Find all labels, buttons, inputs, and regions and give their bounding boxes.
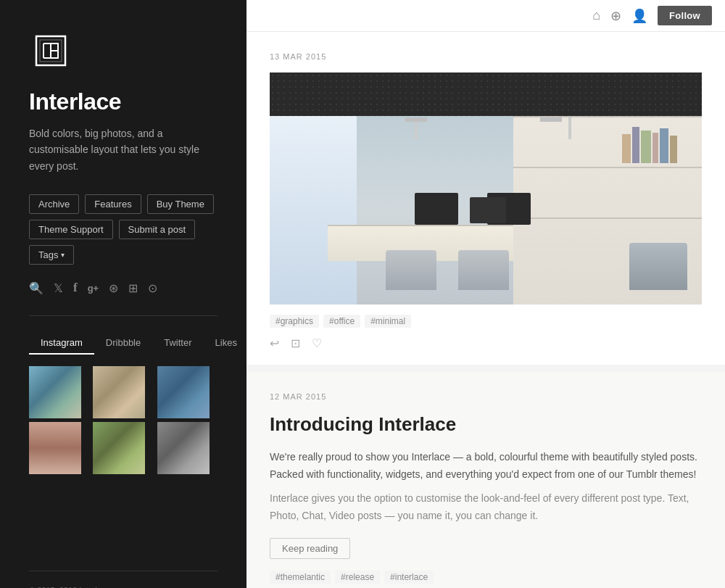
like-icon[interactable]: ♡ (312, 336, 322, 350)
tab-instagram[interactable]: Instagram (29, 332, 94, 355)
site-logo (29, 29, 72, 73)
main-content: ⌂ ⊕ 👤 Follow 13 MAR 2015 (246, 0, 725, 588)
instagram-thumb-3[interactable] (157, 366, 210, 418)
post-1-date: 13 MAR 2015 (270, 52, 702, 61)
posts-container: 13 MAR 2015 (246, 32, 725, 588)
buy-theme-button[interactable]: Buy Theme (147, 194, 214, 214)
submit-post-button[interactable]: Submit a post (119, 220, 196, 239)
post-1-image[interactable] (270, 73, 702, 305)
post-1-actions: ↩ ⊡ ♡ (270, 336, 702, 350)
tag-minimal[interactable]: #minimal (365, 315, 411, 328)
sidebar-footer: © 2015–2018 Interlace Interlace Theme by… (29, 571, 218, 588)
top-bar: ⌂ ⊕ 👤 Follow (246, 0, 725, 32)
dribbble-icon[interactable]: ⊛ (109, 281, 118, 295)
add-icon[interactable]: ⊕ (610, 8, 621, 24)
instagram-icon[interactable]: ⊞ (128, 281, 138, 295)
post-2-title: Introducing Interlace (270, 413, 702, 437)
tab-twitter[interactable]: Twitter (152, 332, 203, 355)
site-description: Bold colors, big photos, and a customisa… (29, 125, 218, 174)
post-2-body: We're really proud to show you Interlace… (270, 449, 702, 484)
google-plus-icon[interactable]: g+ (88, 283, 99, 294)
post-2-date: 12 MAR 2015 (270, 392, 702, 401)
tags-button[interactable]: Tags ▾ (29, 245, 74, 265)
twitter-icon[interactable]: 𝕏 (54, 281, 63, 295)
tab-likes[interactable]: Likes (204, 332, 249, 355)
site-title: Interlace (29, 88, 218, 115)
instagram-thumb-6[interactable] (157, 422, 210, 474)
tab-dribbble[interactable]: Dribbble (94, 332, 152, 355)
post-text: 12 MAR 2015 Introducing Interlace We're … (246, 372, 725, 588)
tag-release[interactable]: #release (335, 571, 380, 584)
social-tabs: Instagram Dribbble Twitter Likes (29, 332, 218, 355)
tags-dropdown-arrow: ▾ (61, 251, 65, 259)
archive-button[interactable]: Archive (29, 194, 79, 214)
share-icon[interactable]: ↩ (270, 336, 279, 350)
tag-office[interactable]: #office (323, 315, 360, 328)
rss-icon[interactable]: ⊙ (148, 281, 157, 295)
instagram-thumb-5[interactable] (93, 422, 145, 474)
theme-support-button[interactable]: Theme Support (29, 220, 113, 239)
instagram-grid (29, 366, 218, 474)
tag-graphics[interactable]: #graphics (270, 315, 319, 328)
post-1-tags: #graphics #office #minimal (270, 315, 702, 328)
follow-button[interactable]: Follow (658, 6, 712, 25)
instagram-thumb-1[interactable] (29, 366, 81, 418)
post-2-tags: #themelantic #release #interlace (270, 571, 702, 584)
instagram-thumb-2[interactable] (93, 366, 145, 418)
post-photo: 13 MAR 2015 (246, 32, 725, 365)
instagram-thumb-4[interactable] (29, 422, 81, 474)
tag-interlace[interactable]: #interlace (384, 571, 434, 584)
sidebar-divider (29, 315, 218, 316)
social-icons: 🔍 𝕏 f g+ ⊛ ⊞ ⊙ (29, 281, 218, 295)
home-icon[interactable]: ⌂ (592, 8, 600, 23)
post-2-body-secondary: Interlace gives you the option to custom… (270, 490, 702, 525)
keep-reading-button[interactable]: Keep reading (270, 538, 350, 559)
tag-themelantic[interactable]: #themelantic (270, 571, 331, 584)
user-icon[interactable]: 👤 (631, 8, 647, 24)
search-icon[interactable]: 🔍 (29, 281, 44, 295)
reblog-icon[interactable]: ⊡ (291, 336, 300, 350)
features-button[interactable]: Features (85, 194, 141, 214)
sidebar: Interlace Bold colors, big photos, and a… (0, 0, 246, 588)
facebook-icon[interactable]: f (73, 281, 78, 295)
nav-buttons: Archive Features Buy Theme Theme Support… (29, 194, 218, 265)
